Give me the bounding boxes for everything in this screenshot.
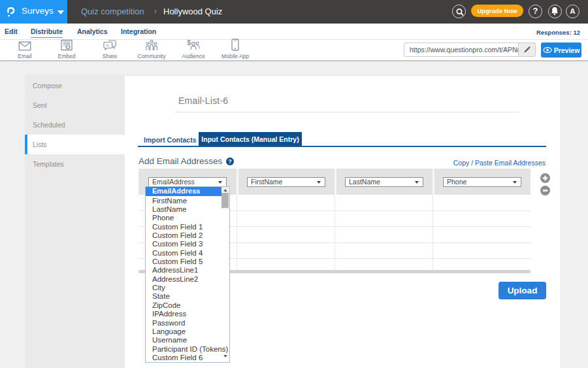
svg-text:$: $ bbox=[188, 39, 191, 46]
